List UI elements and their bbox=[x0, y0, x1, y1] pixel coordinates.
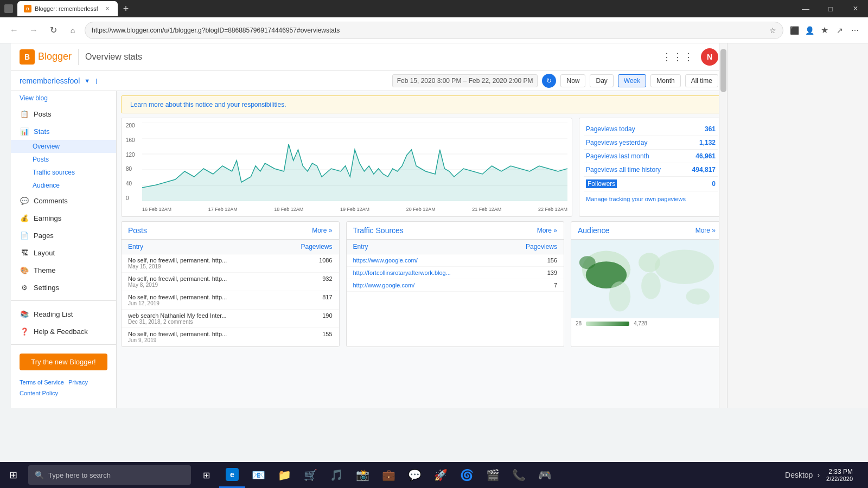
clock-area[interactable]: 2:33 PM 2/22/2020 bbox=[822, 468, 857, 482]
taskbar-search[interactable]: 🔍 Type here to search bbox=[28, 465, 191, 485]
post-title[interactable]: No self, no freewill, permanent. http... bbox=[128, 331, 271, 337]
taskbar-icon-chat[interactable]: 💬 bbox=[401, 462, 427, 488]
start-button[interactable]: ⊞ bbox=[0, 462, 26, 488]
notice-link[interactable]: Learn more about this notice and your re… bbox=[130, 101, 286, 108]
traffic-url[interactable]: https://www.google.com/ bbox=[353, 257, 418, 264]
all-time-button[interactable]: All time bbox=[685, 74, 718, 87]
legend-min: 28 bbox=[576, 320, 582, 326]
taskbar-chevron-icon[interactable]: › bbox=[817, 471, 820, 479]
nav-item-pages[interactable]: 📄 Pages bbox=[11, 227, 116, 244]
taskbar-icon-tripadvisor[interactable]: 🚀 bbox=[427, 462, 454, 488]
blog-edit-icon[interactable]: | bbox=[95, 78, 97, 84]
refresh-button[interactable]: ↻ bbox=[46, 23, 61, 38]
minimize-button[interactable]: — bbox=[793, 0, 818, 17]
taskbar-icon-media[interactable]: 🎵 bbox=[323, 462, 349, 488]
nav-item-reading-list[interactable]: 📚 Reading List bbox=[11, 305, 116, 323]
traffic-url[interactable]: http://www.google.com/ bbox=[353, 282, 415, 288]
x-label-5: 21 Feb 12AM bbox=[472, 207, 501, 212]
legend-gradient-bar bbox=[586, 322, 629, 326]
profile-icon[interactable]: 👤 bbox=[803, 24, 816, 37]
favorites-icon[interactable]: ★ bbox=[818, 24, 831, 37]
chart-section: 200 160 120 80 40 0 bbox=[121, 118, 572, 217]
forward-button[interactable]: → bbox=[26, 23, 41, 38]
more-icon[interactable]: ⋯ bbox=[848, 24, 861, 37]
taskbar-icon-store[interactable]: 🛒 bbox=[297, 462, 323, 488]
nav-item-posts[interactable]: 📋 Posts bbox=[11, 105, 116, 123]
day-button[interactable]: Day bbox=[590, 74, 613, 87]
active-tab[interactable]: B Blogger: rememberlessf × bbox=[17, 1, 118, 16]
home-button[interactable]: ⌂ bbox=[65, 23, 80, 38]
nav-item-settings[interactable]: ⚙ Settings bbox=[11, 279, 116, 296]
maximize-button[interactable]: □ bbox=[818, 0, 843, 17]
grid-apps-icon[interactable]: ⋮⋮⋮ bbox=[662, 51, 694, 63]
pageviews-yesterday-label[interactable]: Pageviews yesterday bbox=[586, 139, 647, 146]
nav-item-help[interactable]: ❓ Help & Feedback bbox=[11, 323, 116, 340]
taskbar-icon-skype[interactable]: 📞 bbox=[506, 462, 532, 488]
pageviews-last-month-label[interactable]: Pageviews last month bbox=[586, 152, 649, 160]
taskbar-icon-office[interactable]: 💼 bbox=[375, 462, 401, 488]
tab-close-button[interactable]: × bbox=[104, 5, 111, 12]
traffic-url[interactable]: http://fortcollinsrotaryafterwork.blog..… bbox=[353, 269, 451, 276]
extensions-icon[interactable]: ⬛ bbox=[788, 24, 801, 37]
blogger-logo-text[interactable]: Blogger bbox=[38, 51, 72, 62]
back-button[interactable]: ← bbox=[7, 23, 22, 38]
pageviews-all-time-label[interactable]: Pageviews all time history bbox=[586, 166, 661, 174]
nav-item-theme[interactable]: 🎨 Theme bbox=[11, 261, 116, 279]
chart-x-axis: 16 Feb 12AM 17 Feb 12AM 18 Feb 12AM 19 F… bbox=[142, 207, 567, 212]
privacy-link[interactable]: Privacy bbox=[68, 379, 88, 386]
scrollbar-thumb[interactable] bbox=[720, 49, 726, 92]
week-button[interactable]: Week bbox=[618, 74, 646, 87]
pageviews-today-label[interactable]: Pageviews today bbox=[586, 125, 635, 133]
blog-dropdown-arrow[interactable]: ▼ bbox=[84, 78, 90, 84]
comments-nav-icon: 💬 bbox=[20, 196, 29, 206]
scrollbar[interactable] bbox=[719, 43, 727, 408]
nav-sub-posts[interactable]: Posts bbox=[11, 153, 116, 166]
blog-name[interactable]: rememberlessfool bbox=[20, 76, 80, 85]
close-button[interactable]: × bbox=[843, 0, 868, 17]
nav-sub-traffic[interactable]: Traffic sources bbox=[11, 166, 116, 179]
nav-item-comments[interactable]: 💬 Comments bbox=[11, 192, 116, 209]
terms-link[interactable]: Terms of Service bbox=[20, 379, 64, 386]
followers-label[interactable]: Followers bbox=[586, 179, 617, 188]
traffic-more-link[interactable]: More » bbox=[537, 227, 557, 234]
manage-tracking-link[interactable]: Manage tracking your own pageviews bbox=[584, 194, 718, 204]
refresh-stats-button[interactable]: ↻ bbox=[542, 74, 556, 88]
new-tab-button[interactable]: + bbox=[120, 3, 132, 15]
taskbar-icon-torrent[interactable]: 🌀 bbox=[454, 462, 480, 488]
nav-item-stats[interactable]: 📊 Stats bbox=[11, 123, 116, 140]
nav-item-layout[interactable]: 🏗 Layout bbox=[11, 244, 116, 261]
reading-list-nav-icon: 📚 bbox=[20, 309, 29, 319]
taskbar-icon-game[interactable]: 🎮 bbox=[532, 462, 558, 488]
taskbar-icon-mail[interactable]: 📧 bbox=[245, 462, 271, 488]
view-blog-link[interactable]: View blog bbox=[11, 91, 56, 105]
traffic-section-header: Traffic Sources More » bbox=[347, 222, 564, 240]
nav-item-earnings[interactable]: 💰 Earnings bbox=[11, 209, 116, 227]
task-view-button[interactable]: ⊞ bbox=[193, 462, 219, 488]
x-label-2: 18 Feb 12AM bbox=[274, 207, 303, 212]
x-label-6: 22 Feb 12AM bbox=[538, 207, 567, 212]
header-divider bbox=[78, 49, 79, 65]
nav-sub-overview[interactable]: Overview bbox=[11, 140, 116, 153]
nav-sub-audience[interactable]: Audience bbox=[11, 179, 116, 192]
now-button[interactable]: Now bbox=[560, 74, 585, 87]
world-map-svg bbox=[571, 240, 722, 318]
taskbar-icon-vlc[interactable]: 🎬 bbox=[480, 462, 506, 488]
audience-more-link[interactable]: More » bbox=[695, 227, 716, 234]
url-field[interactable]: https://www.blogger.com/u/1/blogger.g?bl… bbox=[85, 22, 783, 39]
show-desktop-button[interactable] bbox=[859, 462, 864, 488]
month-button[interactable]: Month bbox=[650, 74, 680, 87]
posts-more-link[interactable]: More » bbox=[312, 227, 332, 234]
post-title[interactable]: No self, no freewill, permanent. http... bbox=[128, 275, 271, 282]
user-avatar[interactable]: N bbox=[701, 48, 718, 66]
share-icon[interactable]: ↗ bbox=[833, 24, 846, 37]
taskbar-icon-photo[interactable]: 📸 bbox=[349, 462, 375, 488]
bookmark-icon[interactable]: ☆ bbox=[769, 26, 776, 35]
try-new-blogger-button[interactable]: Try the new Blogger! bbox=[20, 354, 107, 370]
content-policy-link[interactable]: Content Policy bbox=[20, 390, 58, 396]
taskbar-icon-edge[interactable]: e bbox=[219, 462, 245, 488]
audience-section-header: Audience More » bbox=[571, 222, 722, 240]
post-title[interactable]: No self, no freewill, permanent. http... bbox=[128, 257, 271, 264]
taskbar-icon-folder[interactable]: 📁 bbox=[271, 462, 297, 488]
post-title[interactable]: No self, no freewill, permanent. http... bbox=[128, 294, 271, 300]
post-title[interactable]: web search Nathaniel My feed Inter... bbox=[128, 312, 271, 319]
